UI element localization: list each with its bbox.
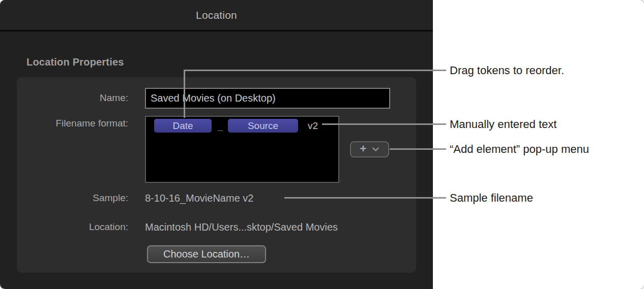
section-title: Location Properties — [26, 56, 124, 68]
separator-text: _ — [218, 121, 223, 133]
location-dialog: Location Location Properties Name: Saved… — [0, 0, 433, 289]
filename-format-field[interactable]: Date _ Source v2 — [145, 116, 339, 183]
choose-location-button[interactable]: Choose Location… — [147, 245, 266, 263]
dialog-title: Location — [196, 9, 237, 21]
location-label: Location: — [17, 221, 128, 233]
plus-icon: + — [360, 143, 367, 154]
callout-text-add-element: “Add element” pop-up menu — [450, 143, 589, 156]
sample-label: Sample: — [17, 192, 128, 204]
callout-text-manual-text: Manually entered text — [450, 118, 557, 131]
name-label: Name: — [17, 92, 128, 104]
choose-location-label: Choose Location… — [163, 248, 250, 260]
token-date[interactable]: Date — [154, 119, 212, 133]
manual-entered-text[interactable]: v2 — [308, 120, 318, 132]
add-element-button[interactable]: + — [350, 141, 389, 157]
name-input[interactable]: Saved Movies (on Desktop) — [145, 88, 390, 109]
location-properties-panel: Name: Saved Movies (on Desktop) Filename… — [17, 77, 416, 273]
sample-value: 8-10-16_MovieName v2 — [145, 192, 253, 204]
chevron-down-icon — [372, 147, 379, 152]
screenshot-root: Location Location Properties Name: Saved… — [0, 0, 644, 289]
token-source[interactable]: Source — [228, 119, 298, 133]
callout-text-drag-tokens: Drag tokens to reorder. — [450, 64, 564, 77]
name-value: Saved Movies (on Desktop) — [151, 92, 276, 104]
location-value: Macintosh HD/Users...sktop/Saved Movies — [145, 221, 338, 233]
filename-format-label: Filename format: — [17, 118, 128, 129]
dialog-title-bar: Location — [0, 0, 433, 31]
callout-text-sample-filename: Sample filename — [450, 191, 533, 205]
